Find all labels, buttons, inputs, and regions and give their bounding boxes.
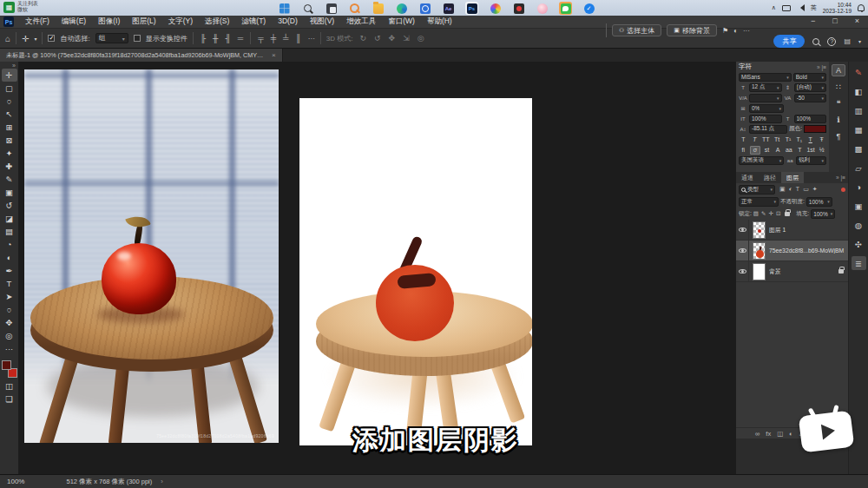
document-tab[interactable]: 未标题-1 @ 100% (75ee32dc8f80fa319f18d27008…: [0, 49, 283, 62]
notification-bell-icon[interactable]: [858, 4, 865, 11]
chevron-down-icon[interactable]: ▾: [34, 36, 36, 42]
collapse-panel-icon[interactable]: »: [817, 64, 820, 70]
ligatures-button[interactable]: fi: [739, 146, 748, 155]
speaker-icon[interactable]: [797, 4, 805, 11]
auto-select-checkbox[interactable]: ✓: [48, 35, 55, 42]
object-selection-tool[interactable]: ↖: [2, 108, 17, 121]
small-caps-button[interactable]: Tt: [773, 135, 782, 144]
layers-panel-icon[interactable]: ≣: [852, 256, 866, 270]
opacity-dropdown[interactable]: 100% ▾: [806, 197, 832, 207]
close-tab-icon[interactable]: ×: [272, 51, 276, 59]
distribute-icon[interactable]: ║: [293, 34, 302, 43]
help-icon[interactable]: ?: [827, 37, 836, 46]
3d-roll-icon[interactable]: ↺: [372, 34, 383, 43]
verified-app-icon[interactable]: ✓: [582, 2, 595, 15]
photoshop-icon[interactable]: Ps: [465, 2, 478, 15]
menu-item[interactable]: 编辑(E): [56, 16, 92, 27]
tab-channels[interactable]: 通道: [736, 172, 759, 183]
baseline-shift-field[interactable]: -85.11 点: [749, 125, 787, 134]
menu-item[interactable]: 视图(V): [304, 16, 340, 27]
contrast-icon[interactable]: ◐: [733, 27, 738, 35]
filter-toggle[interactable]: [841, 188, 845, 192]
healing-brush-tool[interactable]: ✚: [2, 160, 17, 173]
titling-alternates-button[interactable]: T: [795, 146, 805, 155]
world-panel-icon[interactable]: ◍: [852, 218, 866, 232]
menu-item[interactable]: 3D(D): [272, 16, 304, 27]
menu-item[interactable]: 文件(F): [19, 16, 56, 27]
share-button[interactable]: 共享: [773, 35, 805, 48]
photos-app-icon[interactable]: [418, 2, 431, 15]
visibility-toggle[interactable]: [736, 220, 749, 241]
wechat-icon[interactable]: [559, 2, 572, 15]
reference-photo[interactable]: 75ee32dc8f80fa319f18d27008d2a5408fba1ad9…: [24, 69, 279, 443]
ordinals-button[interactable]: 1st: [806, 146, 816, 155]
more-options-icon[interactable]: ···: [308, 35, 315, 43]
pen-tool[interactable]: ✒: [2, 264, 17, 277]
color-panel-icon[interactable]: ✎: [852, 65, 866, 79]
gradients-panel-icon[interactable]: ▥: [852, 103, 866, 117]
text-color-swatch[interactable]: [804, 125, 826, 133]
lock-artboard-icon[interactable]: ⊡: [776, 210, 780, 217]
chevron-down-icon[interactable]: ▾: [858, 38, 861, 44]
tracking-dropdown[interactable]: -50▾: [794, 94, 827, 102]
align-middle-icon[interactable]: ╪: [269, 34, 278, 43]
dodge-tool[interactable]: ◐: [2, 251, 17, 264]
shape-tool[interactable]: ○: [2, 303, 17, 316]
lock-pixels-icon[interactable]: ✎: [761, 210, 766, 217]
search-icon[interactable]: [812, 38, 819, 45]
layer-thumbnail[interactable]: [753, 221, 766, 239]
lock-all-icon[interactable]: [785, 212, 790, 216]
close-button[interactable]: ×: [855, 16, 859, 25]
comments-panel-icon[interactable]: ❝: [832, 97, 845, 109]
font-family-dropdown[interactable]: MiSans▾: [739, 73, 792, 82]
align-bottom-icon[interactable]: ╧: [281, 34, 290, 43]
move-tool[interactable]: ✛: [2, 69, 17, 82]
layer-row[interactable]: 图层 1: [736, 220, 848, 241]
subscript-button[interactable]: T₁: [794, 135, 804, 144]
character-panel-icon[interactable]: A: [832, 64, 845, 76]
align-left-icon[interactable]: ╟: [199, 34, 207, 43]
antialias-dropdown[interactable]: 锐利▾: [796, 156, 826, 165]
show-transform-checkbox[interactable]: [134, 35, 141, 42]
history-brush-tool[interactable]: ↺: [2, 199, 17, 212]
document-canvas[interactable]: [299, 98, 532, 445]
marquee-tool[interactable]: ▢: [2, 82, 17, 95]
search-icon[interactable]: [301, 2, 314, 15]
avatar-app-icon[interactable]: [536, 2, 549, 15]
type-tool[interactable]: T: [2, 277, 17, 290]
stylistic-alternates-button[interactable]: aa: [785, 146, 794, 155]
swash-button[interactable]: A: [773, 146, 783, 155]
file-explorer-icon[interactable]: [372, 2, 385, 15]
leading-dropdown[interactable]: (自动)▾: [794, 83, 827, 92]
zoom-tool[interactable]: ◎: [2, 329, 17, 342]
edge-browser-icon[interactable]: [395, 2, 408, 15]
horizontal-scale-field[interactable]: 100%: [794, 115, 827, 123]
align-center-icon[interactable]: ╫: [211, 34, 220, 43]
hand-tool[interactable]: ✥: [2, 316, 17, 329]
3d-rotate-icon[interactable]: ↻: [358, 34, 368, 43]
glyphs-panel-icon[interactable]: ∷: [832, 81, 845, 93]
3d-pan-icon[interactable]: ✥: [387, 34, 398, 43]
input-language[interactable]: 英: [811, 3, 817, 12]
crop-tool[interactable]: ⊞: [2, 121, 17, 134]
panel-menu-icon[interactable]: |≡: [841, 175, 845, 181]
more-tools-icon[interactable]: ···: [2, 342, 17, 355]
eyedropper-tool[interactable]: ✦: [2, 147, 17, 160]
align-right-icon[interactable]: ╢: [223, 34, 232, 43]
font-style-dropdown[interactable]: Bold▾: [793, 73, 826, 82]
eraser-tool[interactable]: ◪: [2, 212, 17, 225]
panel-menu-icon[interactable]: |≡: [822, 64, 826, 70]
menu-item[interactable]: 文字(Y): [162, 16, 199, 27]
contextual-alternates-button[interactable]: σ: [750, 146, 761, 155]
all-caps-button[interactable]: TT: [761, 135, 771, 144]
zoom-level-field[interactable]: 100%: [7, 478, 24, 485]
smudge-tool[interactable]: ◔: [2, 238, 17, 251]
align-edges-icon[interactable]: ═: [236, 34, 245, 43]
layer-style-icon[interactable]: fx: [766, 430, 771, 438]
align-top-icon[interactable]: ╤: [256, 34, 265, 43]
tab-layers[interactable]: 图层: [781, 172, 804, 183]
patterns-panel-icon[interactable]: ▦: [852, 122, 866, 136]
task-view-icon[interactable]: [325, 2, 338, 15]
fractions-button[interactable]: ½: [817, 146, 826, 155]
superscript-button[interactable]: T¹: [784, 135, 793, 144]
